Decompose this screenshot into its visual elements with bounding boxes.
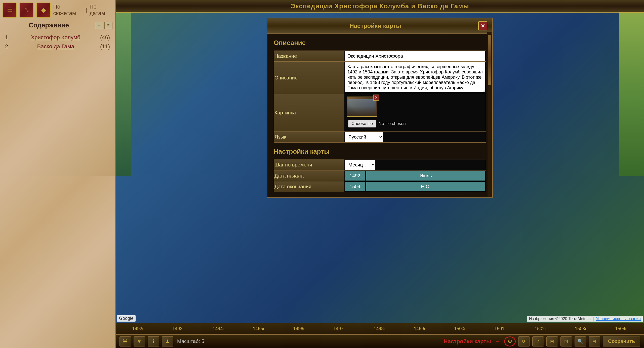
image-container: ✕ Choose file No file chosen <box>345 95 485 131</box>
title-bar: Экспедиции Христофора Колумба и Васко да… <box>116 0 644 13</box>
end-month-input[interactable] <box>366 182 485 191</box>
language-label: Язык <box>274 132 344 143</box>
settings-label: Настройки карты <box>444 338 491 345</box>
toc-item-1[interactable]: 1. Христофор Колумб (46) <box>3 33 112 42</box>
file-input-row: Choose file No file chosen <box>347 119 483 129</box>
timeline-year-1493: 1493г. <box>158 326 199 331</box>
start-year-input[interactable] <box>345 171 365 181</box>
toolbar-btn-2[interactable]: ↗ <box>532 336 544 346</box>
toolbar-btn-5[interactable]: ⊟ <box>589 336 600 346</box>
end-date-cell <box>345 182 485 191</box>
timeline-year-1494: 1494г. <box>199 326 239 331</box>
sidebar-nav: ☰ ⤡ ◆ По сюжетам | По датам <box>3 3 112 18</box>
description-section-title: Описание <box>274 39 486 47</box>
language-value-cell: Русский English <box>344 132 486 143</box>
person-icon-btn[interactable]: ♟ <box>162 336 173 346</box>
scale-label-text: Масштаб: <box>177 338 200 344</box>
toc-header: Содержание + ≡ <box>3 21 112 29</box>
expand-icon-btn[interactable]: ⤡ <box>19 3 34 18</box>
nav-separator: | <box>86 7 87 13</box>
gear-btn[interactable]: ⚙ <box>504 336 516 346</box>
start-date-cell <box>345 171 485 181</box>
time-step-select[interactable]: Месяц Год День <box>345 160 375 170</box>
sidebar: ☰ ⤡ ◆ По сюжетам | По датам Содержание +… <box>0 0 116 176</box>
timeline-year-1496: 1496г. <box>279 326 319 331</box>
info-icon-btn[interactable]: ℹ <box>148 336 159 346</box>
toc-item-1-count: (46) <box>100 34 110 41</box>
zoom-in-btn[interactable]: 🔍 <box>575 336 586 346</box>
timeline-year-1492: 1492г. <box>118 326 158 331</box>
map-settings-section-title: Настройки карты <box>274 148 486 155</box>
museum-icon-btn[interactable]: 🏛 <box>119 336 131 346</box>
scale-label: Масштаб: 5 <box>177 338 204 344</box>
nav-by-plot[interactable]: По сюжетам <box>53 4 83 17</box>
image-preview-container: ✕ <box>347 97 377 117</box>
toc-item-2-index: 2. <box>5 43 11 50</box>
description-form: Название Описание Картинка <box>274 51 486 143</box>
toolbar-btn-3[interactable]: ⊞ <box>546 336 558 346</box>
save-button[interactable]: Сохранить <box>603 336 640 346</box>
description-textarea[interactable] <box>345 62 485 92</box>
toc-list-btn[interactable]: ≡ <box>104 22 112 29</box>
toolbar-btn-1[interactable]: ⟳ <box>518 336 530 346</box>
toc-item-2[interactable]: 2. Васко да Гама (11) <box>3 42 112 51</box>
menu-icon-btn[interactable]: ☰ <box>3 3 17 18</box>
name-input[interactable] <box>345 51 485 61</box>
timeline-year-1498: 1498г. <box>360 326 400 331</box>
end-year-input[interactable] <box>345 182 365 191</box>
modal-body: Описание Название Описание <box>267 34 492 197</box>
toolbar-btn-4[interactable]: ⊡ <box>560 336 572 346</box>
end-date-row: Дата окончания <box>274 181 486 192</box>
end-date-value-cell <box>344 181 486 192</box>
timeline-year-1499: 1499г. <box>400 326 440 331</box>
sidebar-bottom-extension <box>0 176 116 348</box>
diamond-icon-btn[interactable]: ◆ <box>36 3 51 18</box>
timeline-bar: 1492г. 1493г. 1494г. 1495г. 1496г. 1497г… <box>116 323 644 334</box>
map-settings-form: Шаг по времени Месяц Год День Дата начал… <box>274 159 486 192</box>
timeline-year-1497: 1497г. <box>319 326 360 331</box>
image-delete-btn[interactable]: ✕ <box>373 95 379 101</box>
modal-header: Настройки карты ✕ <box>267 18 492 34</box>
scale-value: 5 <box>202 338 204 344</box>
image-label: Картинка <box>274 94 344 132</box>
choose-file-btn[interactable]: Choose file <box>348 120 376 127</box>
timeline-year-1501: 1501г. <box>480 326 521 331</box>
modal-overlay: Настройки карты ✕ Описание Название <box>116 13 644 323</box>
start-month-input[interactable] <box>366 171 485 181</box>
arrow-icon: → <box>495 338 500 345</box>
start-date-row: Дата начала <box>274 170 486 181</box>
description-label: Описание <box>274 62 344 94</box>
toc-item-2-label[interactable]: Васко да Гама <box>37 43 74 50</box>
language-row: Язык Русский English <box>274 132 486 143</box>
timeline-year-1495: 1495г. <box>239 326 279 331</box>
time-step-row: Шаг по времени Месяц Год День <box>274 159 486 170</box>
toc-add-btn[interactable]: + <box>95 22 103 29</box>
nav-by-dates[interactable]: По датам <box>90 4 112 17</box>
description-value-cell <box>344 62 486 94</box>
name-label: Название <box>274 51 344 62</box>
description-row: Описание <box>274 62 486 94</box>
toc-title: Содержание <box>3 21 95 29</box>
timeline-year-1500: 1500г. <box>440 326 480 331</box>
language-select[interactable]: Русский English <box>345 132 383 142</box>
time-step-label: Шаг по времени <box>274 159 344 170</box>
image-value-cell: ✕ Choose file No file chosen <box>344 94 486 132</box>
timeline-year-1502: 1502г. <box>521 326 561 331</box>
no-file-chosen-text: No file chosen <box>379 121 406 126</box>
timeline-year-1504: 1504г. <box>601 326 641 331</box>
settings-modal: Настройки карты ✕ Описание Название <box>267 18 493 198</box>
image-preview <box>347 97 377 117</box>
toc-controls: + ≡ <box>95 22 112 29</box>
modal-close-btn[interactable]: ✕ <box>478 21 487 30</box>
start-date-label: Дата начала <box>274 170 344 181</box>
toc-item-1-label[interactable]: Христофор Колумб <box>31 34 80 41</box>
modal-scrollbar[interactable] <box>487 32 492 197</box>
end-date-label: Дата окончания <box>274 181 344 192</box>
map-settings-section: Настройки карты Шаг по времени Месяц Год… <box>274 148 486 192</box>
heart-icon-btn[interactable]: ♥ <box>134 336 145 346</box>
time-step-value-cell: Месяц Год День <box>344 159 486 170</box>
scrollbar-thumb <box>488 35 491 85</box>
start-date-value-cell <box>344 170 486 181</box>
image-row: Картинка ✕ Choose file No file <box>274 94 486 132</box>
timeline-year-1503: 1503г. <box>561 326 601 331</box>
